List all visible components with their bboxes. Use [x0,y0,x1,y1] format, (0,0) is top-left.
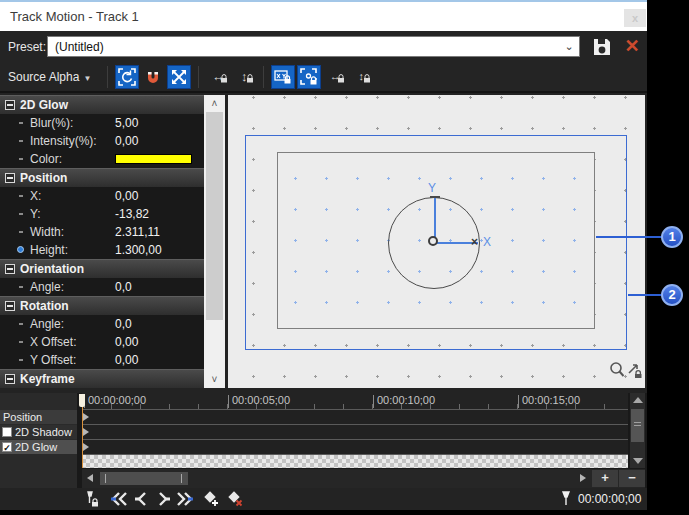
keyframe-marker[interactable] [83,443,89,451]
timeline-vertical-scrollbar[interactable] [630,393,645,468]
toolbar: Source Alpha▼ [0,62,647,93]
preset-combobox[interactable]: (Untitled) ⌄ [47,36,580,57]
y-axis-handle[interactable] [430,196,440,198]
sync-cursor-button[interactable] [84,491,102,507]
section-header-position[interactable]: Position [0,168,204,187]
keyframe-toolbar: 00:00:00;00 [0,488,647,510]
keyframe-row-2d-glow[interactable] [82,439,628,454]
zoom-tool-icon[interactable] [609,361,625,378]
section-header-orientation[interactable]: Orientation [0,259,204,278]
x-axis-handle[interactable]: × [471,235,478,249]
prop-row-orientation-angle[interactable]: Angle:0,0 [0,278,204,296]
floppy-disk-icon [592,37,612,57]
prevent-movement-button[interactable] [271,65,295,89]
edit-in-object-space-button[interactable] [167,65,191,89]
previous-keyframe-button[interactable] [134,491,152,507]
ruler-label-10: 00:00:10;00 [373,395,435,408]
edit-lock-tool-icon[interactable] [627,361,643,378]
enable-snapping-button[interactable] [141,65,165,89]
last-keyframe-button[interactable] [176,491,194,507]
track-label-2d-glow[interactable]: ✓2D Glow [0,440,77,454]
collapse-icon[interactable] [5,173,15,183]
prevent-vertical-scaling-button[interactable]: ↕ [349,65,373,89]
motion-canvas[interactable]: × X Y [228,95,645,388]
ruler-label-15: 00:00:15;00 [518,395,580,408]
lock-horizontal-button[interactable]: ↔ [206,65,230,89]
window-title: Track Motion - Track 1 [10,9,139,24]
section-header-rotation[interactable]: Rotation [0,296,204,315]
collapse-icon[interactable] [5,374,15,384]
timeline-horizontal-scrollbar[interactable]: + − [82,469,645,488]
first-keyframe-button[interactable] [110,491,128,507]
zoom-scrollbar-thumb[interactable] [100,472,188,485]
double-chevron-right-icon [176,491,194,507]
prop-row-height[interactable]: Height:1.300,00 [0,241,204,259]
chevron-left-icon [134,491,150,507]
prevent-rotation-button[interactable] [297,65,321,89]
prop-row-intensity[interactable]: Intensity(%):0,00 [0,132,204,150]
callout-badge-1: 1 [661,226,683,248]
next-keyframe-button[interactable] [155,491,173,507]
properties-scrollbar[interactable]: ˄ ˅ [204,95,225,388]
collapse-icon[interactable] [5,301,15,311]
prop-row-rotation-angle[interactable]: Angle:0,0 [0,315,204,333]
section-header-2d-glow[interactable]: 2D Glow [0,95,204,114]
callout-badge-2: 2 [661,284,683,306]
lock-icon [363,69,371,87]
checkbox-unchecked[interactable] [2,427,12,437]
collapse-icon[interactable] [5,264,15,274]
keyframe-marker[interactable] [83,428,89,436]
chevron-down-icon[interactable]: ⌄ [561,39,577,54]
keyframe-row-position[interactable] [82,409,628,424]
collapse-icon[interactable] [5,100,15,110]
close-button[interactable]: x [624,9,646,27]
scrollbar-thumb[interactable] [631,409,644,442]
zoom-out-button[interactable]: − [619,470,645,487]
xy-lock-icon [274,68,292,86]
delete-keyframe-button[interactable] [226,491,244,507]
scroll-up-icon[interactable]: ˄ [204,95,225,112]
save-preset-button[interactable] [592,37,614,57]
cursor-timecode[interactable]: 00:00:00;00 [578,492,641,506]
preset-row: Preset: (Untitled) ⌄ ✕ [0,31,647,62]
scrollbar-thumb[interactable] [206,112,223,320]
keyframe-row-2d-shadow[interactable] [82,424,628,439]
prop-row-y[interactable]: Y:-13,82 [0,205,204,223]
scroll-left-icon[interactable] [84,472,98,485]
keyframe-rows [82,409,628,454]
source-alpha-dropdown[interactable]: Source Alpha▼ [8,70,91,84]
color-swatch[interactable] [115,154,192,164]
section-header-keyframe[interactable]: Keyframe [0,369,204,388]
scroll-down-icon[interactable] [633,458,643,464]
preset-value: (Untitled) [55,40,104,54]
scroll-right-icon[interactable] [576,472,590,485]
four-way-arrows-icon [170,68,188,86]
ruler-label-5: 00:00:05;00 [228,395,290,408]
checkbox-checked[interactable]: ✓ [2,442,12,452]
track-label-2d-shadow[interactable]: 2D Shadow [0,425,77,439]
prop-row-blur[interactable]: Blur(%):5,00 [0,114,204,132]
scroll-down-icon[interactable]: ˅ [204,371,225,388]
playhead-head[interactable] [79,394,85,407]
double-chevron-left-icon [110,491,128,507]
y-axis-label: Y [428,181,436,195]
magnet-icon [144,68,162,86]
prop-row-x[interactable]: X:0,00 [0,187,204,205]
enable-rotation-button[interactable] [115,65,139,89]
origin-handle[interactable] [428,236,438,246]
time-ruler[interactable]: 00:00:00;00 00:00:05;00 00:00:10;00 00:0… [82,393,628,409]
zoom-in-button[interactable]: + [592,470,618,487]
delete-preset-button[interactable]: ✕ [621,35,643,57]
scroll-up-icon[interactable] [633,397,643,403]
track-motion-window: Track Motion - Track 1 x Preset: (Untitl… [0,0,647,510]
track-label-position[interactable]: Position [0,410,77,424]
track-motion-screenshot: Track Motion - Track 1 x Preset: (Untitl… [0,0,689,515]
keyframe-marker[interactable] [83,413,89,421]
lock-vertical-button[interactable]: ↕ [232,65,256,89]
prop-row-x-offset[interactable]: X Offset:0,00 [0,333,204,351]
insert-keyframe-button[interactable] [202,491,220,507]
prop-row-width[interactable]: Width:2.311,11 [0,223,204,241]
prop-row-y-offset[interactable]: Y Offset:0,00 [0,351,204,369]
prevent-horizontal-scaling-button[interactable]: ↔ [323,65,347,89]
prop-row-color[interactable]: Color: [0,150,204,168]
